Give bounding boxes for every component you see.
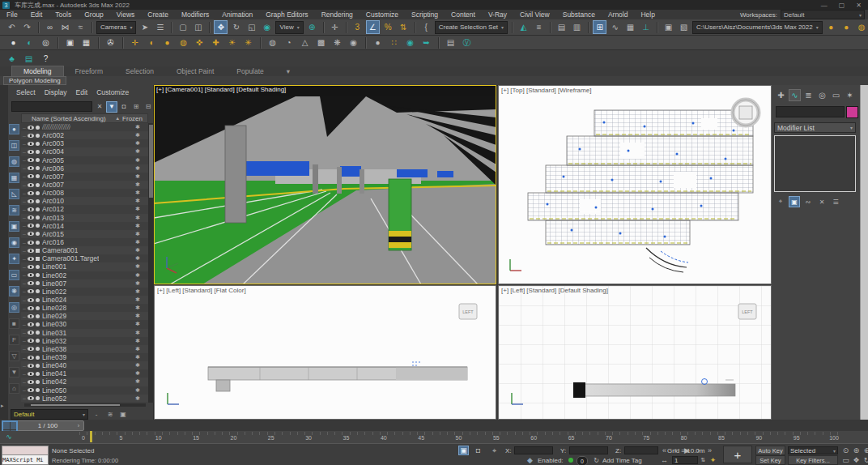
list-item-arc010[interactable]: –Arc010✱ — [21, 197, 148, 205]
render-elements-icon[interactable]: ▤ — [444, 36, 457, 49]
lock-explorer-icon[interactable]: ◘ — [118, 101, 130, 113]
viewcube[interactable]: LEFT — [459, 304, 477, 319]
frozen-icon[interactable]: ✱ — [135, 239, 140, 245]
object-color-swatch[interactable] — [846, 106, 858, 118]
frozen-icon[interactable]: ✱ — [135, 157, 140, 164]
list-item-line041[interactable]: –Line041✱ — [21, 369, 148, 378]
list-item-arc008[interactable]: –Arc008✱ — [21, 189, 148, 197]
list-item-line002[interactable]: –Line002✱ — [21, 271, 148, 279]
list-item-line039[interactable]: –Line039✱ — [21, 353, 148, 361]
undo-icon[interactable]: ↶ — [5, 20, 19, 34]
filter-home-icon[interactable]: ⌂ — [9, 383, 19, 394]
remove-button[interactable]: - — [91, 408, 102, 420]
visibility-eye-icon[interactable] — [28, 158, 34, 162]
menu-help[interactable]: Help — [634, 11, 661, 19]
y-field[interactable] — [569, 446, 608, 454]
list-item-line031[interactable]: –Line031✱ — [21, 329, 148, 337]
frozen-icon[interactable]: ✱ — [135, 378, 140, 385]
next-frame-button[interactable]: › — [693, 446, 704, 455]
list-item-line007[interactable]: –Line007✱ — [21, 279, 148, 288]
ribbon-toggle-icon[interactable]: ⊞ — [593, 20, 606, 34]
ribbon-tab-populate[interactable]: Populate — [225, 66, 275, 76]
help-icon[interactable]: ? — [39, 52, 53, 66]
play-button[interactable]: ▶ — [682, 446, 692, 455]
visibility-eye-icon[interactable] — [28, 134, 34, 138]
lock-icon[interactable]: ◘ — [473, 446, 483, 455]
visibility-eye-icon[interactable] — [28, 191, 34, 195]
menu-group[interactable]: Group — [78, 11, 110, 19]
light-dome-icon[interactable]: ◖ — [144, 36, 158, 49]
visibility-eye-icon[interactable] — [28, 364, 34, 368]
frozen-icon[interactable]: ✱ — [135, 272, 140, 279]
filter-all-icon[interactable]: ● — [9, 124, 19, 134]
viewcube[interactable]: LEFT — [738, 304, 756, 319]
tab-display[interactable]: ▭ — [830, 89, 842, 101]
viewport-camera001[interactable]: [+] [Camera001] [Standard] [Default Shad… — [154, 85, 496, 284]
clear-search-icon[interactable]: ✕ — [94, 101, 105, 113]
filter-shapes-icon[interactable]: ◉ — [9, 237, 19, 248]
menu-graph-editors[interactable]: Graph Editors — [259, 11, 314, 19]
zoom-icon[interactable]: ⊙ — [840, 446, 851, 455]
list-item-line042[interactable]: –Line042✱ — [21, 378, 148, 386]
menu-file[interactable]: File — [0, 11, 24, 19]
zoom-region-icon[interactable]: ▭ — [840, 455, 851, 465]
visibility-eye-icon[interactable] — [28, 232, 34, 236]
list-item-line052[interactable]: –Line052✱ — [21, 395, 148, 402]
visibility-eye-icon[interactable] — [28, 331, 34, 335]
menu-civil-view[interactable]: Civil View — [513, 11, 556, 19]
mirror-icon[interactable]: ◭ — [517, 20, 530, 34]
frozen-icon[interactable]: ✱ — [135, 330, 140, 336]
light-wire-icon[interactable]: ◍ — [177, 36, 190, 49]
redo-icon[interactable]: ↷ — [20, 20, 34, 34]
zoom-extents-icon[interactable]: ⊕ — [862, 446, 868, 455]
viewport-label[interactable]: [+] [Top] [Standard] [Wireframe] — [501, 87, 591, 94]
color-dots-icon[interactable]: ∷ — [387, 36, 401, 49]
light-spot-icon[interactable]: ✜ — [193, 36, 206, 49]
location-pin-icon[interactable]: ◉ — [403, 36, 417, 49]
explorer-hscrollbar[interactable] — [24, 403, 146, 407]
light-sphere-icon[interactable]: ● — [160, 36, 174, 49]
menu-create[interactable]: Create — [141, 11, 175, 19]
frozen-icon[interactable]: ✱ — [135, 305, 140, 311]
visibility-eye-icon[interactable] — [28, 126, 34, 130]
filter-frozen-icon[interactable]: ■ — [9, 318, 19, 329]
time-slider-handle[interactable]: ‹ 1 / 100 › — [11, 420, 84, 431]
visibility-eye-icon[interactable] — [28, 249, 34, 253]
lattice-icon[interactable]: ▩ — [314, 36, 328, 49]
visibility-eye-icon[interactable] — [28, 396, 34, 400]
menu-modifiers[interactable]: Modifiers — [175, 11, 215, 19]
grass-icon[interactable]: ❋ — [330, 36, 344, 49]
list-item-camera001-target[interactable]: –Camera001.Target✱ — [21, 254, 148, 262]
frozen-icon[interactable]: ✱ — [135, 338, 140, 344]
tab-create[interactable]: ✚ — [775, 89, 787, 101]
dock-expand-arrow[interactable]: ▸ — [1, 403, 4, 409]
viewport-left-shaded[interactable]: LEFT [+] [Left] [Standard] [Default Shad… — [498, 285, 772, 420]
configure-sets-button[interactable]: ☰ — [830, 196, 841, 207]
frozen-icon[interactable]: ✱ — [135, 148, 140, 155]
rendered-frame-icon[interactable]: ▧ — [677, 20, 691, 34]
light-free-icon[interactable]: ✚ — [209, 36, 223, 49]
viewcube[interactable] — [733, 100, 759, 126]
list-item-arc016[interactable]: –Arc016✱ — [21, 238, 148, 246]
filter-visibility-icon[interactable]: ◎ — [9, 302, 19, 313]
modifier-list-dropdown[interactable]: Modifier List ▾ — [774, 122, 856, 133]
selection-set-icon[interactable]: ≋ — [104, 408, 116, 420]
frozen-icon[interactable]: ✱ — [135, 387, 140, 394]
filter-clear-icon[interactable]: ▽ — [9, 351, 19, 361]
tab-motion[interactable]: ◎ — [816, 89, 828, 101]
filter-containers-icon[interactable]: ▭ — [9, 270, 19, 280]
pan-icon[interactable]: ❖ — [851, 455, 862, 465]
list-item-[interactable]: –///////////////✱ — [21, 123, 148, 131]
add-time-tag[interactable]: Add Time Tag — [602, 457, 642, 464]
visibility-eye-icon[interactable] — [28, 298, 34, 302]
list-item-line022[interactable]: –Line022✱ — [21, 288, 148, 296]
scene-explorer-toggle-icon[interactable]: ▤ — [555, 20, 568, 34]
left-shaded-canvas[interactable]: LEFT — [499, 286, 771, 419]
activeshade-icon[interactable]: ◍ — [855, 20, 868, 34]
prev-frame-button[interactable]: ‹ — [670, 446, 681, 455]
ribbon-tab-freeform[interactable]: Freeform — [64, 66, 114, 76]
render-production-icon[interactable]: ● — [824, 20, 838, 34]
x-field[interactable] — [514, 446, 553, 454]
gray-sphere-icon[interactable]: ● — [371, 36, 385, 49]
filter-particles-icon[interactable]: ❋ — [9, 286, 19, 296]
